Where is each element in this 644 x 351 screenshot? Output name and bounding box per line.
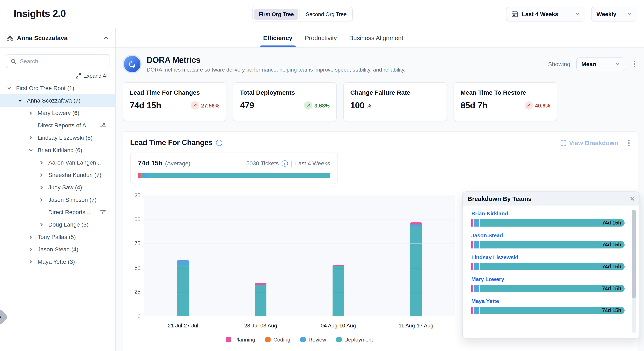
chevron-down-icon[interactable] <box>18 98 24 103</box>
info-icon[interactable]: i <box>216 140 222 146</box>
chevron-down-icon[interactable] <box>28 148 34 152</box>
team-bar-segment-planning <box>471 219 473 227</box>
team-name-link[interactable]: Lindsay Liszewski <box>471 254 624 260</box>
stacked-bar[interactable] <box>177 260 189 316</box>
tree-item[interactable]: Jason Stead (4) <box>0 243 115 255</box>
average-meta: 5030 Tickets i | Last 4 Weeks <box>246 160 330 167</box>
tab-productivity[interactable]: Productivity <box>304 28 338 47</box>
tree-item[interactable]: First Org Tree Root (1) <box>0 82 115 94</box>
showing-value: Mean <box>582 61 596 67</box>
chevron-down-icon <box>615 62 620 67</box>
metric-delta-value: 27.56% <box>201 102 219 109</box>
tab-efficiency[interactable]: Efficiency <box>262 28 293 47</box>
tree-item-label: First Org Tree Root (1) <box>16 85 74 91</box>
team-bar-value: 74d 15h <box>602 286 621 291</box>
gridline <box>144 196 455 196</box>
y-axis-tick-label: 0 <box>123 312 140 319</box>
team-name-link[interactable]: Jason Stead <box>471 232 624 239</box>
chevron-right-icon[interactable] <box>39 185 45 190</box>
view-breakdown-button[interactable]: View Breakdown <box>560 140 618 147</box>
bar-segment-planning <box>410 222 422 224</box>
x-axis-label: 11 Aug-17 Aug <box>383 322 449 329</box>
chevron-right-icon[interactable] <box>39 173 45 177</box>
filter-sliders-icon[interactable] <box>100 209 106 215</box>
chevron-right-icon[interactable] <box>39 160 45 165</box>
chevron-right-icon[interactable] <box>28 135 34 140</box>
tree-item[interactable]: Anna Scozzafava (7) <box>0 94 115 107</box>
team-name-link[interactable]: Maya Yette <box>471 298 624 304</box>
tree-item[interactable]: Jason Simpson (7) <box>0 193 115 206</box>
chevron-right-icon[interactable] <box>28 235 34 239</box>
chevron-right-icon[interactable] <box>39 222 45 227</box>
search-icon <box>10 58 16 64</box>
breakdown-by-teams-panel: Breakdown By Teams × Brian Kirkland74d 1… <box>462 191 640 338</box>
legend-item-review[interactable]: Review <box>300 336 326 343</box>
dora-menu-kebab-icon[interactable] <box>631 59 638 69</box>
tree-item[interactable]: Sireesha Kunduri (7) <box>0 169 115 181</box>
tree-item[interactable]: Doug Lange (3) <box>0 218 115 231</box>
org-tree-toggle-option[interactable]: First Org Tree <box>254 9 298 20</box>
granularity-value: Weekly <box>596 11 616 17</box>
tree-item[interactable]: Lindsay Liszewski (8) <box>0 132 115 144</box>
date-range-select[interactable]: Last 4 Weeks <box>506 7 585 22</box>
org-tree-toggle: First Org TreeSecond Org Tree <box>252 7 353 22</box>
chevron-up-icon[interactable] <box>104 35 109 40</box>
date-range-value: Last 4 Weeks <box>522 11 558 17</box>
chevron-down-icon[interactable] <box>7 86 13 90</box>
scrollbar-thumb[interactable] <box>632 210 636 298</box>
filter-sliders-icon[interactable] <box>100 122 106 128</box>
search-input[interactable] <box>20 58 105 65</box>
expand-all-button[interactable]: Expand All <box>6 73 109 79</box>
legend-item-planning[interactable]: Planning <box>226 336 255 343</box>
stacked-bar[interactable] <box>255 283 266 316</box>
chevron-right-icon[interactable] <box>39 197 45 202</box>
tree-item[interactable]: Direct Reports of A... <box>0 119 115 132</box>
tree-item-label: Jason Simpson (7) <box>48 196 96 203</box>
metric-delta-value: 3.68% <box>314 102 330 109</box>
bar-segment-deployment <box>177 265 189 316</box>
tree-item[interactable]: Judy Saw (4) <box>0 181 115 193</box>
average-summary-card: 74d 15h (Average) 5030 Tickets i | Last … <box>130 153 338 184</box>
chevron-right-icon[interactable] <box>28 259 34 264</box>
stacked-bar[interactable] <box>410 222 422 316</box>
team-bar-segment-review <box>474 219 479 227</box>
team-row: Brian Kirkland74d 15h <box>471 210 624 227</box>
info-icon[interactable]: i <box>282 160 288 166</box>
close-icon[interactable]: × <box>630 195 634 202</box>
tree-item-label: Lindsay Liszewski (8) <box>38 134 92 141</box>
main-area: EfficiencyProductivityBusiness Alignment… <box>116 28 644 351</box>
tree-item-label: Brian Kirkland (6) <box>38 147 82 153</box>
average-bar-segment-deployment <box>148 173 330 178</box>
showing-select[interactable]: Mean <box>576 57 625 71</box>
chevron-right-icon[interactable] <box>28 247 34 252</box>
chart-card-header: Lead Time For Changes i View Breakdown <box>130 138 632 148</box>
team-name-link[interactable]: Mary Lowery <box>471 276 624 282</box>
tree-item-label: Anna Scozzafava (7) <box>27 97 80 104</box>
tree-item[interactable]: Tony Pallas (5) <box>0 231 115 243</box>
sidebar-header[interactable]: Anna Scozzafava <box>0 28 115 48</box>
legend-item-deployment[interactable]: Deployment <box>336 336 373 343</box>
tab-business-alignment[interactable]: Business Alignment <box>348 28 404 47</box>
tree-item[interactable]: Maya Yette (3) <box>0 255 115 268</box>
scrollbar-track[interactable] <box>632 210 636 333</box>
team-name-link[interactable]: Brian Kirkland <box>471 210 624 217</box>
tree-item[interactable]: Brian Kirkland (6) <box>0 144 115 156</box>
gridline <box>144 244 455 244</box>
chart-header-actions: View Breakdown <box>560 138 632 148</box>
tree-item[interactable]: Aaron Van Langen... <box>0 156 115 169</box>
chart-menu-kebab-icon[interactable] <box>626 138 632 148</box>
tree-item[interactable]: Mary Lowery (6) <box>0 107 115 119</box>
legend-item-coding[interactable]: Coding <box>265 336 290 343</box>
tab-bar: EfficiencyProductivityBusiness Alignment <box>116 28 644 48</box>
tree-item[interactable]: Direct Reports ... <box>0 206 115 218</box>
org-tree-toggle-option[interactable]: Second Org Tree <box>301 9 351 20</box>
stacked-bar[interactable] <box>332 265 344 316</box>
team-bar-segment-review <box>474 307 479 314</box>
bar-segment-deployment <box>410 226 422 316</box>
y-axis-tick-label: 100 <box>123 216 140 222</box>
chevron-right-icon[interactable] <box>28 111 34 115</box>
bar-segment-deployment <box>255 285 266 316</box>
legend-label: Deployment <box>344 336 373 343</box>
metric-card-value: 479 <box>240 101 254 110</box>
granularity-select[interactable]: Weekly <box>591 7 638 22</box>
